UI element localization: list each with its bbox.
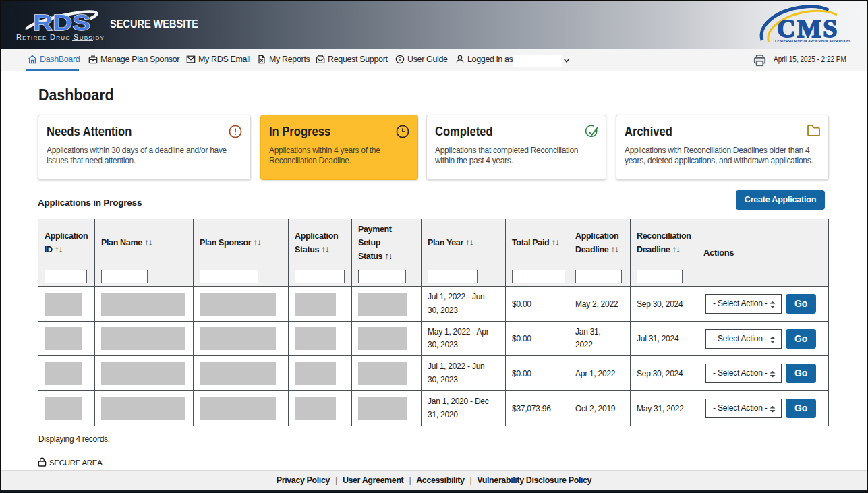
svg-text:CMS: CMS [777,14,839,42]
svg-text:Retiree Drug Subsidy: Retiree Drug Subsidy [16,33,105,41]
svg-text:CENTERS FOR MEDICARE & MEDICAI: CENTERS FOR MEDICARE & MEDICAID SERVICES [775,39,850,43]
svg-text:RDS: RDS [33,9,90,35]
